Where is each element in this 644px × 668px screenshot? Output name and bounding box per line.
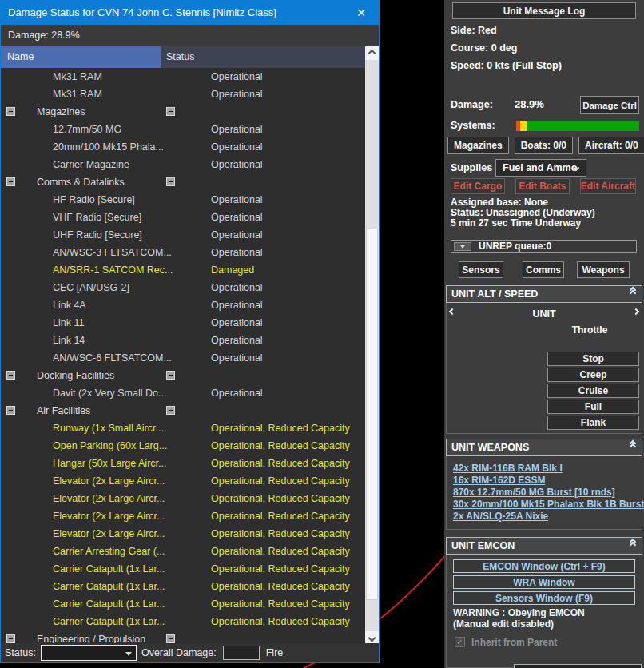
map-background: Damage Status for CVN 74 John C. Stennis… xyxy=(0,0,644,668)
inherit-from-parent-checkbox[interactable]: ✓ xyxy=(455,637,465,647)
collapse-minus-icon[interactable] xyxy=(166,406,175,415)
tree-item-row[interactable]: Carrier Catapult (1x Lar...Operational, … xyxy=(1,595,366,613)
tree-item-row[interactable]: Open Parking (60x Larg...Operational, Re… xyxy=(1,437,366,455)
wra-window-button[interactable]: WRA Window xyxy=(453,575,635,589)
tree-item-row[interactable]: AN/WSC-6 FLTSATCOM...Operational xyxy=(1,349,366,367)
tab-weapons-button[interactable]: Weapons xyxy=(577,261,630,278)
unit-weapons-header[interactable]: UNIT WEAPONS xyxy=(446,439,642,456)
tree-item-row[interactable]: Hangar (50x Large Aircr...Operational, R… xyxy=(1,455,366,472)
column-header-name[interactable]: Name xyxy=(1,46,161,68)
tree-item-row[interactable]: Runway (1x Small Aircr...Operational, Re… xyxy=(1,419,366,437)
chevron-down-icon xyxy=(125,652,132,656)
tab-comms-button[interactable]: Comms xyxy=(523,261,564,278)
collapse-icon[interactable] xyxy=(630,288,635,295)
unit-emcon-header[interactable]: UNIT EMCON xyxy=(446,537,642,555)
table-scrollbar[interactable] xyxy=(365,46,379,645)
throttle-full-button[interactable]: Full xyxy=(547,400,639,414)
collapse-minus-icon[interactable] xyxy=(6,177,15,186)
tree-item-row[interactable]: Mk31 RAMOperational xyxy=(1,85,366,103)
collapse-minus-icon[interactable] xyxy=(6,107,15,116)
unrep-queue-bar[interactable]: UNREP queue:0 xyxy=(451,240,637,253)
edit-cargo-button[interactable]: Edit Cargo xyxy=(451,178,505,194)
tree-item-row[interactable]: Link 4AOperational xyxy=(1,296,366,314)
tree-item-row[interactable]: AN/WSC-3 FLTSATCOM...Operational xyxy=(1,244,366,261)
status-dropdown[interactable] xyxy=(41,645,137,661)
throttle-flank-button[interactable]: Flank xyxy=(547,416,639,430)
emcon-window-button[interactable]: EMCON Window (Ctrl + F9) xyxy=(453,559,635,573)
tree-item-row[interactable]: VHF Radio [Secure]Operational xyxy=(1,209,366,226)
component-status: Operational xyxy=(211,279,263,296)
edit-boats-button[interactable]: Edit Boats xyxy=(515,178,570,194)
unit-tab-label[interactable]: UNIT xyxy=(447,308,642,320)
component-name: Link 11 xyxy=(53,314,84,332)
sensors-window-button[interactable]: Sensors Window (F9) xyxy=(453,591,635,605)
weapon-link[interactable]: 2x AN/SLQ-25A Nixie xyxy=(453,511,635,523)
damage-ctrl-button[interactable]: Damage Ctrl xyxy=(580,96,639,114)
tree-item-row[interactable]: Carrier Catapult (1x Lar...Operational, … xyxy=(1,560,366,578)
tree-item-row[interactable]: 12.7mm/50 MGOperational xyxy=(1,121,366,138)
tree-group-row[interactable]: Magazines xyxy=(1,103,366,121)
column-header-status[interactable]: Status xyxy=(166,46,194,68)
unit-weapons-body: 42x RIM-116B RAM Blk I16x RIM-162D ESSM8… xyxy=(446,456,642,530)
tree-item-row[interactable]: UHF Radio [Secure]Operational xyxy=(1,226,366,244)
component-name: Hangar (50x Large Aircr... xyxy=(53,455,166,472)
tree-item-row[interactable]: Carrier MagazineOperational xyxy=(1,156,366,173)
scroll-up-button[interactable] xyxy=(365,46,379,60)
scrollbar-thumb[interactable] xyxy=(366,229,378,600)
collapse-minus-icon[interactable] xyxy=(166,107,175,116)
tree-item-row[interactable]: Link 11Operational xyxy=(1,314,366,332)
collapse-minus-icon[interactable] xyxy=(166,177,175,186)
throttle-cruise-button[interactable]: Cruise xyxy=(547,384,639,398)
weapon-link[interactable]: 30x 20mm/100 Mk15 Phalanx Blk 1B Burst [ xyxy=(453,499,635,511)
tree-item-row[interactable]: Elevator (2x Large Aircr...Operational, … xyxy=(1,472,366,490)
unrep-dropdown-button[interactable] xyxy=(454,242,471,251)
tree-item-row[interactable]: Carrier Arresting Gear (...Operational, … xyxy=(1,543,366,560)
throttle-label: Throttle xyxy=(544,324,635,336)
component-status: Operational xyxy=(211,191,263,209)
unit-status-line: 5 min 27 sec Time Underway xyxy=(451,218,581,229)
tree-group-row[interactable]: Docking Facilities xyxy=(1,367,366,384)
tree-item-row[interactable]: Carrier Catapult (1x Lar...Operational, … xyxy=(1,613,366,630)
component-name: AN/WSC-3 FLTSATCOM... xyxy=(53,244,172,261)
component-name: Carrier Catapult (1x Lar... xyxy=(53,613,165,630)
collapse-minus-icon[interactable] xyxy=(6,371,15,380)
tree-item-row[interactable]: 20mm/100 Mk15 Phala...Operational xyxy=(1,138,366,156)
chevron-up-icon xyxy=(368,50,376,58)
weapon-link[interactable]: 42x RIM-116B RAM Blk I xyxy=(453,463,635,475)
collapse-minus-icon[interactable] xyxy=(166,634,175,643)
tree-group-row[interactable]: Comms & Datalinks xyxy=(1,173,366,191)
tree-item-row[interactable]: Elevator (2x Large Aircr...Operational, … xyxy=(1,507,366,525)
weapon-link[interactable]: 16x RIM-162D ESSM xyxy=(453,475,635,487)
unit-message-log-button[interactable]: Unit Message Log xyxy=(452,2,636,19)
boats-button[interactable]: Boats: 0/0 xyxy=(515,137,573,154)
tree-item-row[interactable]: Mk31 RAMOperational xyxy=(1,68,366,85)
tree-item-row[interactable]: AN/SRR-1 SATCOM Rec...Damaged xyxy=(1,261,366,279)
aircraft-button[interactable]: Aircraft: 0/0 xyxy=(578,137,644,154)
throttle-creep-button[interactable]: Creep xyxy=(547,368,639,382)
collapse-icon[interactable] xyxy=(630,442,635,448)
collapse-minus-icon[interactable] xyxy=(166,371,175,380)
window-titlebar[interactable]: Damage Status for CVN 74 John C. Stennis… xyxy=(1,1,379,25)
collapse-icon[interactable] xyxy=(630,540,635,547)
collapse-minus-icon[interactable] xyxy=(6,634,15,643)
weapon-link[interactable]: 870x 12.7mm/50 MG Burst [10 rnds] xyxy=(453,487,635,499)
tree-item-row[interactable]: Elevator (2x Large Aircr...Operational, … xyxy=(1,490,366,507)
overall-damage-input[interactable] xyxy=(223,646,260,660)
tree-item-row[interactable]: CEC [AN/USG-2]Operational xyxy=(1,279,366,296)
tree-item-row[interactable]: HF Radio [Secure]Operational xyxy=(1,191,366,209)
tree-item-row[interactable]: Carrier Catapult (1x Lar...Operational, … xyxy=(1,578,366,595)
tree-item-row[interactable]: Davit (2x Very Small Do...Operational xyxy=(1,384,366,402)
magazines-button[interactable]: Magazines xyxy=(447,137,509,154)
tree-item-row[interactable]: Elevator (2x Large Aircr...Operational, … xyxy=(1,525,366,543)
tree-group-row[interactable]: Air Facilities xyxy=(1,402,366,419)
tab-sensors-button[interactable]: Sensors xyxy=(459,261,503,278)
emcon-warning-line1: WARNING : Obeying EMCON xyxy=(453,607,585,618)
supplies-dropdown[interactable]: Fuel and Ammo xyxy=(495,159,586,177)
unit-alt-speed-header[interactable]: UNIT ALT / SPEED xyxy=(446,285,642,303)
edit-aircraft-button[interactable]: Edit Aircraft xyxy=(580,178,636,194)
throttle-stop-button[interactable]: Stop xyxy=(547,352,639,366)
tree-item-row[interactable]: Link 14Operational xyxy=(1,332,366,349)
collapse-minus-icon[interactable] xyxy=(6,406,15,415)
systems-health-bar xyxy=(516,121,639,131)
close-button[interactable]: ✕ xyxy=(344,1,379,25)
